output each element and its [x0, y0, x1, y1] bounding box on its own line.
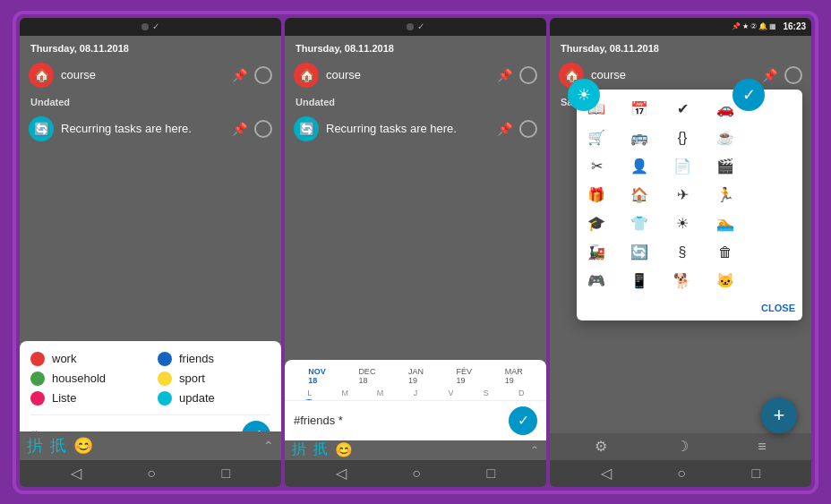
- task-title-1: course: [61, 68, 225, 81]
- date-header-1: Thursday, 08.11.2018: [20, 36, 281, 57]
- pick-sun[interactable]: ☀: [670, 211, 695, 236]
- pick-empty4: [756, 183, 781, 208]
- icon-filter-1[interactable]: 扸: [27, 435, 43, 457]
- task-title-3: course: [591, 68, 755, 81]
- pick-film[interactable]: 🎬: [713, 154, 738, 179]
- chevron-up-2[interactable]: ⌃: [530, 444, 539, 457]
- cat-household[interactable]: household: [30, 372, 143, 386]
- pick-section[interactable]: §: [670, 240, 695, 265]
- pick-shirt[interactable]: 👕: [627, 211, 652, 236]
- task-recurring-1[interactable]: 🔄 Recurring tasks are here. 📌: [20, 111, 281, 147]
- task-title-2: course: [326, 68, 490, 81]
- bottom-icons-1: 扸 扺 😊 ⌃: [20, 431, 281, 460]
- pick-tablet[interactable]: 📱: [627, 269, 652, 294]
- cal-month-fev[interactable]: FÉV19: [457, 367, 473, 385]
- cat-dot-update: [158, 391, 172, 406]
- pick-check2[interactable]: ✔: [670, 97, 695, 122]
- pick-braces[interactable]: {}: [670, 125, 695, 150]
- pick-empty5: [756, 211, 781, 236]
- status-bar-3: 📌 ★ ② 🔔 ▦ 16:23: [550, 18, 811, 36]
- task-course-2[interactable]: 🏠 course 📌: [285, 57, 546, 93]
- home-btn-1[interactable]: ○: [147, 466, 156, 482]
- confirm-btn-2[interactable]: ✓: [509, 406, 537, 435]
- pick-gift[interactable]: 🎁: [584, 183, 609, 208]
- task-check-2[interactable]: [519, 66, 537, 84]
- back-btn-3[interactable]: ◁: [601, 465, 612, 482]
- pick-swim[interactable]: 🏊: [713, 211, 738, 236]
- cat-dot-sport: [158, 372, 172, 386]
- category-grid-1: work friends household sport Liste: [30, 352, 270, 406]
- cat-friends[interactable]: friends: [158, 352, 270, 366]
- status-icons: 📌 ★ ② 🔔 ▦: [732, 22, 777, 30]
- cat-update[interactable]: update: [158, 391, 270, 406]
- fab-add[interactable]: +: [761, 397, 797, 433]
- cat-label-friends: friends: [179, 352, 214, 365]
- cat-label-sport: sport: [179, 372, 205, 385]
- pick-run[interactable]: 🏃: [713, 183, 738, 208]
- task-course-1[interactable]: 🏠 course 📌: [20, 57, 281, 93]
- check-confirm-btn[interactable]: ✓: [732, 79, 765, 111]
- cat-sport[interactable]: sport: [158, 372, 270, 386]
- camera-dot: [141, 23, 149, 30]
- back-btn-2[interactable]: ◁: [336, 465, 347, 482]
- cal-month-dec[interactable]: DEC18: [358, 367, 375, 385]
- pick-dog[interactable]: 🐕: [670, 269, 695, 294]
- task-check-recurring-2[interactable]: [519, 120, 537, 138]
- section-undated-1: Undated: [20, 93, 281, 111]
- cat-label-liste: Liste: [52, 391, 76, 405]
- task-check-recurring-1[interactable]: [254, 120, 272, 138]
- nav-bar-2: ◁ ○ □: [285, 460, 546, 487]
- pick-refresh[interactable]: 🔄: [627, 240, 652, 265]
- menu-icon[interactable]: ≡: [758, 439, 766, 455]
- cal-month-nov[interactable]: NOV18: [308, 367, 326, 385]
- bottom-toolbar-3: ⚙ ☽ ≡: [550, 433, 811, 460]
- pick-home[interactable]: 🏠: [627, 183, 652, 208]
- home-btn-3[interactable]: ○: [677, 466, 686, 482]
- pick-coffee[interactable]: ☕: [713, 125, 738, 150]
- task-check-3[interactable]: [784, 66, 802, 84]
- pick-bus[interactable]: 🚌: [627, 125, 652, 150]
- icon-filter-2[interactable]: 扸: [292, 440, 306, 459]
- cat-work[interactable]: work: [30, 352, 143, 366]
- icon-sort-2[interactable]: 扺: [313, 440, 328, 459]
- task-check-1[interactable]: [254, 66, 272, 84]
- pick-grad[interactable]: 🎓: [584, 211, 609, 236]
- moon-icon[interactable]: ☽: [676, 438, 689, 455]
- task-recurring-2[interactable]: 🔄 Recurring tasks are here. 📌: [285, 111, 546, 147]
- cal-month-jan[interactable]: JAN19: [408, 367, 424, 385]
- cat-label-work: work: [52, 352, 76, 365]
- pick-trash[interactable]: 🗑: [713, 240, 738, 265]
- pick-cart[interactable]: 🛒: [584, 125, 609, 150]
- calendar-days-header: L M M J V S D: [292, 389, 539, 397]
- cal-month-mar[interactable]: MAR19: [505, 367, 523, 385]
- chevron-up-1[interactable]: ⌃: [263, 439, 274, 453]
- task-icon-recurring-2: 🔄: [294, 116, 319, 141]
- pick-gamepad[interactable]: 🎮: [584, 269, 609, 294]
- panel-2: ✓ Thursday, 08.11.2018 🏠 course 📌 Undate…: [285, 18, 546, 487]
- icon-picker: 📖 📅 ✔ 🚗 🛒 🚌 {} ☕ ✂ 👤 📄 🎬 🎁 🏠 ✈ 🏃: [577, 90, 802, 320]
- icon-picker-close-btn[interactable]: CLOSE: [584, 299, 795, 313]
- icon-face-2[interactable]: 😊: [335, 441, 353, 458]
- pick-train[interactable]: 🚂: [584, 240, 609, 265]
- pick-person[interactable]: 👤: [627, 154, 652, 179]
- home-btn-2[interactable]: ○: [412, 466, 421, 482]
- camera-dot-2: [407, 23, 414, 30]
- settings-icon[interactable]: ⚙: [595, 438, 607, 455]
- icon-sort-1[interactable]: 扺: [50, 435, 66, 457]
- check-icon: ✓: [152, 21, 159, 31]
- recent-btn-2[interactable]: □: [487, 466, 496, 482]
- cat-liste[interactable]: Liste: [30, 391, 143, 406]
- hash-input-2[interactable]: #friends *: [294, 414, 509, 427]
- recent-btn-3[interactable]: □: [752, 466, 761, 482]
- pick-cal[interactable]: 📅: [627, 97, 652, 122]
- back-btn-1[interactable]: ◁: [71, 465, 81, 482]
- section-undated-2: Undated: [285, 93, 546, 111]
- pick-scissors[interactable]: ✂: [584, 154, 609, 179]
- top-bar-1: ✓: [20, 18, 281, 36]
- pick-cat[interactable]: 🐱: [713, 269, 738, 294]
- recent-btn-1[interactable]: □: [222, 466, 231, 482]
- pick-plane[interactable]: ✈: [670, 183, 695, 208]
- icon-face-1[interactable]: 😊: [73, 436, 93, 456]
- pick-file[interactable]: 📄: [670, 154, 695, 179]
- calendar-months: NOV18 DEC18 JAN19 FÉV19 MAR19: [292, 367, 539, 385]
